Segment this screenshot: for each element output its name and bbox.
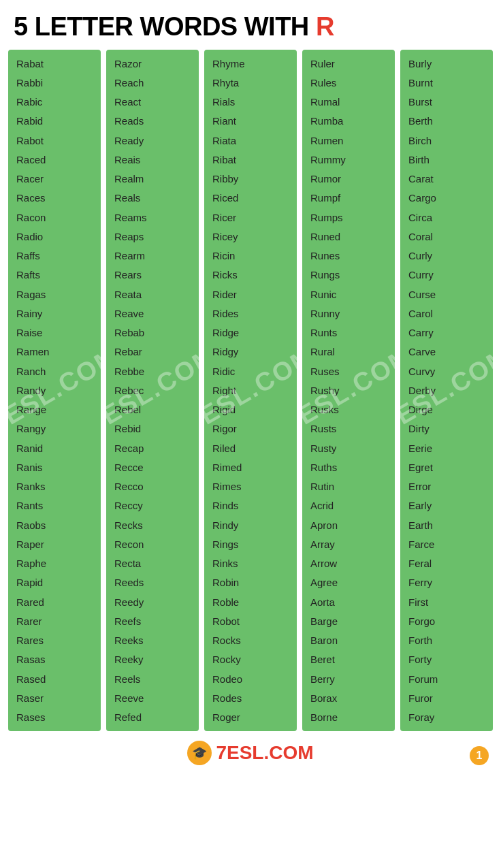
header: 5 LETTER WORDS WITH R <box>0 0 501 50</box>
word-item: Rares <box>8 631 101 650</box>
word-item: Rhyta <box>204 73 297 92</box>
word-item: Birch <box>400 131 493 150</box>
word-item: Ready <box>106 131 199 150</box>
word-item: Rangy <box>8 419 101 438</box>
word-item: Forgo <box>400 611 493 630</box>
word-item: Reeve <box>106 688 199 707</box>
word-item: Ramen <box>8 342 101 361</box>
footer-logo: 🎓 7ESL.COM <box>187 741 313 765</box>
word-item: Dirty <box>400 419 493 438</box>
word-item: Rearm <box>106 246 199 266</box>
footer-icon: 🎓 <box>187 741 212 765</box>
word-item: Raffs <box>8 246 101 266</box>
word-item: Radio <box>8 227 101 246</box>
word-item: Berth <box>400 112 493 131</box>
word-item: Rusty <box>302 438 395 457</box>
word-item: Rainy <box>8 304 101 323</box>
word-item: Coral <box>400 227 493 246</box>
word-item: Rasas <box>8 650 101 669</box>
word-item: Ferry <box>400 573 493 592</box>
word-item: Rafts <box>8 266 101 285</box>
word-item: Rinks <box>204 554 297 573</box>
word-item: Rabbi <box>8 73 101 92</box>
word-item: Rungs <box>302 266 395 285</box>
word-item: Raobs <box>8 515 101 534</box>
word-item: Beret <box>302 650 395 669</box>
word-column-col3: 7ESL.COMRhymeRhytaRialsRiantRiataRibatRi… <box>204 50 297 731</box>
word-item: Runes <box>302 246 395 266</box>
word-item: Ricer <box>204 208 297 227</box>
word-item: Rider <box>204 285 297 304</box>
word-item: Ranis <box>8 457 101 477</box>
page-number: 1 <box>470 746 489 765</box>
word-item: Carol <box>400 304 493 323</box>
word-item: Riced <box>204 189 297 208</box>
word-item: Earth <box>400 515 493 534</box>
word-item: Rumen <box>302 131 395 150</box>
word-item: Refed <box>106 708 199 727</box>
word-item: Racer <box>8 170 101 189</box>
word-item: Rides <box>204 304 297 323</box>
word-item: Reeds <box>106 573 199 592</box>
word-item: React <box>106 93 199 112</box>
word-item: Recce <box>106 457 199 477</box>
word-item: Reefs <box>106 611 199 630</box>
word-item: Rebbe <box>106 361 199 381</box>
word-item: Recon <box>106 534 199 553</box>
word-item: Runic <box>302 285 395 304</box>
word-item: Rumpf <box>302 189 395 208</box>
word-item: Ridge <box>204 323 297 342</box>
word-item: Rears <box>106 266 199 285</box>
word-item: Raced <box>8 150 101 169</box>
word-item: Ridic <box>204 361 297 381</box>
word-item: Razor <box>106 54 199 73</box>
word-item: Ranid <box>8 438 101 457</box>
word-item: Rodes <box>204 688 297 707</box>
word-item: Range <box>8 400 101 419</box>
word-item: Reeky <box>106 650 199 669</box>
word-item: Rusts <box>302 419 395 438</box>
word-item: Ruths <box>302 457 395 477</box>
word-item: Rocks <box>204 631 297 650</box>
word-item: Rimes <box>204 477 297 496</box>
word-item: Randy <box>8 381 101 400</box>
word-item: Error <box>400 477 493 496</box>
word-item: Rumba <box>302 112 395 131</box>
footer: 🎓 7ESL.COM 1 <box>0 731 501 772</box>
word-item: Aorta <box>302 592 395 611</box>
word-item: Racon <box>8 208 101 227</box>
word-item: Reeks <box>106 631 199 650</box>
word-item: Rebar <box>106 342 199 361</box>
word-item: Carat <box>400 170 493 189</box>
word-item: Rases <box>8 708 101 727</box>
word-item: Borne <box>302 708 395 727</box>
word-item: Carry <box>400 323 493 342</box>
word-item: Ricey <box>204 227 297 246</box>
word-item: Rural <box>302 342 395 361</box>
word-item: Forty <box>400 650 493 669</box>
word-item: Rumor <box>302 170 395 189</box>
word-item: Reaps <box>106 227 199 246</box>
word-item: Curse <box>400 285 493 304</box>
word-item: Rared <box>8 592 101 611</box>
word-item: Rumal <box>302 93 395 112</box>
word-item: Rummy <box>302 150 395 169</box>
word-item: Burly <box>400 54 493 73</box>
word-item: Rumps <box>302 208 395 227</box>
word-item: Robin <box>204 573 297 592</box>
word-item: Reais <box>106 150 199 169</box>
word-item: Robot <box>204 611 297 630</box>
word-item: Runny <box>302 304 395 323</box>
word-item: Ribat <box>204 150 297 169</box>
word-item: Curvy <box>400 361 493 381</box>
brand-7esl: 7ESL <box>216 742 263 763</box>
word-item: Rimed <box>204 457 297 477</box>
word-item: Rabot <box>8 131 101 150</box>
word-item: Riant <box>204 112 297 131</box>
footer-brand: 7ESL.COM <box>216 742 313 764</box>
word-item: Rebec <box>106 381 199 400</box>
word-item: Rabid <box>8 112 101 131</box>
graduation-icon: 🎓 <box>192 745 207 760</box>
word-item: Roble <box>204 592 297 611</box>
word-item: Ribby <box>204 170 297 189</box>
